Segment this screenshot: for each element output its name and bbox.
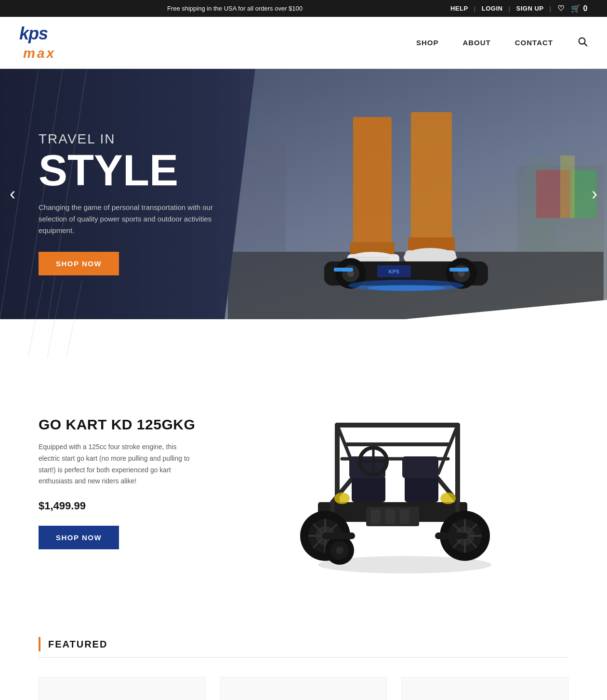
hero-description: Changing the game of personal transporta… — [39, 202, 222, 236]
hero-content: TRAVEL IN STYLE Changing the game of per… — [39, 131, 222, 275]
help-link[interactable]: HELP — [450, 5, 468, 12]
main-nav: SHOP ABOUT CONTACT — [416, 36, 588, 49]
svg-rect-54 — [405, 476, 438, 502]
featured-card-1[interactable] — [39, 677, 206, 700]
header: kps max SHOP ABOUT CONTACT — [0, 17, 607, 69]
featured-section: FEATURED — [0, 618, 607, 700]
svg-point-81 — [336, 546, 343, 554]
cart-icon[interactable]: 🛒 0 — [571, 4, 588, 13]
signup-link[interactable]: SIGN UP — [516, 5, 544, 12]
product-description: Equipped with a 125cc four stroke engine… — [39, 441, 193, 487]
svg-text:KPS: KPS — [389, 269, 400, 274]
nav-about[interactable]: ABOUT — [462, 39, 490, 47]
svg-point-26 — [368, 285, 445, 291]
svg-rect-83 — [371, 509, 381, 524]
featured-accent-bar — [39, 637, 40, 651]
svg-rect-53 — [352, 476, 385, 502]
featured-card-3[interactable] — [401, 677, 568, 700]
hero-illustration: KPS — [224, 69, 607, 319]
search-button[interactable] — [577, 36, 588, 49]
svg-point-62 — [440, 493, 456, 504]
product-cards — [39, 677, 568, 700]
svg-rect-6 — [353, 117, 392, 261]
svg-rect-84 — [385, 509, 395, 524]
hoverboard-2-image — [260, 694, 347, 700]
featured-card-2[interactable] — [220, 677, 387, 700]
nav-contact[interactable]: CONTACT — [515, 39, 553, 47]
nav-shop[interactable]: SHOP — [416, 39, 439, 47]
cart-count: 0 — [583, 4, 588, 13]
product-info: GO KART KD 125GKG Equipped with a 125cc … — [39, 416, 222, 549]
product-section: GO KART KD 125GKG Equipped with a 125cc … — [0, 358, 607, 618]
product-shop-now-button[interactable]: ShOP NOW — [39, 526, 119, 549]
carousel-prev-button[interactable]: ‹ — [10, 184, 15, 204]
login-link[interactable]: LOGIN — [482, 5, 503, 12]
product-title: GO KART KD 125GKG — [39, 416, 222, 433]
svg-line-1 — [584, 43, 587, 46]
svg-line-45 — [438, 425, 458, 473]
wishlist-icon[interactable]: ♡ — [557, 4, 565, 13]
top-bar-icons: ♡ 🛒 0 — [557, 4, 588, 13]
svg-rect-34 — [560, 156, 575, 218]
svg-rect-23 — [334, 268, 353, 272]
svg-point-61 — [334, 493, 350, 504]
scooter-image — [442, 689, 528, 700]
top-bar: Free shipping in the USA for all orders … — [0, 0, 607, 17]
hoverboard-1-image — [79, 694, 165, 700]
hero-bottom-transition — [0, 319, 607, 358]
featured-header: FEATURED — [39, 637, 568, 658]
hero-travel-in: TRAVEL IN — [39, 131, 222, 147]
svg-rect-85 — [400, 509, 409, 524]
carousel-next-button[interactable]: › — [592, 184, 597, 204]
product-image — [222, 387, 568, 579]
shipping-message: Free shipping in the USA for all orders … — [19, 5, 450, 12]
hero-shop-now-button[interactable]: Shop NOw — [39, 252, 119, 275]
svg-rect-24 — [449, 268, 469, 272]
logo[interactable]: kps max — [19, 24, 56, 62]
product-price: $1,499.99 — [39, 500, 222, 512]
top-bar-actions: HELP | LOGIN | SIGN UP | ♡ 🛒 0 — [450, 4, 588, 13]
svg-rect-15 — [405, 250, 456, 262]
featured-title: FEATURED — [48, 639, 107, 650]
svg-rect-56 — [402, 456, 438, 478]
hero-style-text: STYLE — [39, 149, 222, 192]
go-kart-illustration — [270, 387, 520, 579]
hero-image-area: KPS — [224, 69, 607, 319]
